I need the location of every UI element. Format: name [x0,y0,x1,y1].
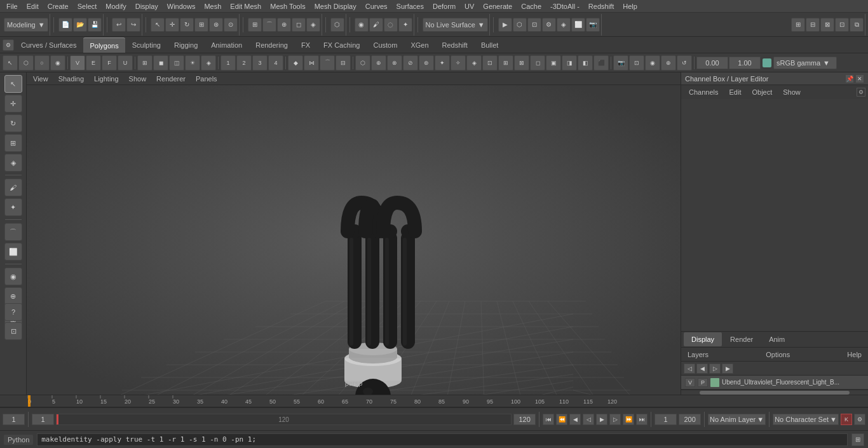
layer-visibility-btn[interactable]: V [685,378,695,387]
display-tab-render[interactable]: Render [722,332,761,346]
anim-curve-btn[interactable]: ⌒ [320,55,335,71]
render-seq-btn[interactable]: ⊡ [527,18,541,32]
layout-btn-3[interactable]: ⊠ [820,18,834,32]
render-cam-btn[interactable]: 📷 [586,18,600,32]
jump-end-btn[interactable]: ⏭ [636,414,648,425]
frame-input-2[interactable] [32,414,54,425]
soft-select-btn[interactable]: ◉ [355,18,369,32]
cam-tool-4[interactable]: ⊕ [661,55,676,71]
save-file-btn[interactable]: 💾 [88,18,102,32]
jump-start-btn[interactable]: ⏮ [543,414,554,425]
tab-redshift[interactable]: Redshift [436,37,474,53]
menu-uv[interactable]: UV [461,0,478,13]
auto-key-btn[interactable]: K [841,414,852,425]
layout-btn-2[interactable]: ⊟ [806,18,820,32]
move-tool[interactable]: ✛ [4,95,22,112]
tab-animation[interactable]: Animation [205,37,248,53]
viewport-canvas[interactable]: X Y Z persp [27,85,681,395]
viewport-panels-menu[interactable]: Panels [193,75,220,83]
layers-menu-help[interactable]: Help [844,351,864,358]
cam-tool-1[interactable]: 📷 [613,55,628,71]
key-settings-btn[interactable]: ⚙ [854,414,865,425]
sculpt-tool[interactable]: ✦ [4,198,22,216]
universal-manip-btn[interactable]: ⊛ [209,18,223,32]
menu-file[interactable]: File [3,0,22,13]
last-tool-btn[interactable]: ⊙ [224,18,238,32]
marquee-tool[interactable]: ⬜ [4,243,22,261]
symmetry-btn[interactable]: ⬡ [330,18,344,32]
quality-1-btn[interactable]: 1 [220,55,236,71]
viewport-view-menu[interactable]: View [31,75,51,83]
anim-layer-dropdown[interactable]: No Anim Layer ▼ [708,414,766,425]
poly-tool-8[interactable]: ◈ [466,55,482,71]
menu-create[interactable]: Create [44,0,72,13]
poly-tool-15[interactable]: ◧ [578,55,593,71]
play-fwd-btn[interactable]: ▶ [596,414,607,425]
tab-xgen[interactable]: XGen [404,37,435,53]
help-btn[interactable]: ? [4,303,22,321]
menu-3dtoall[interactable]: -3DtoAll - [546,0,583,13]
poly-tool-5[interactable]: ⊛ [419,55,434,71]
anim-key-btn[interactable]: ◆ [288,55,303,71]
tab-sculpting[interactable]: Sculpting [126,37,167,53]
tab-rigging[interactable]: Rigging [168,37,204,53]
quality-3-btn[interactable]: 3 [252,55,268,71]
scale-tool[interactable]: ⊞ [4,134,22,152]
rotate-tool[interactable]: ↻ [4,114,22,132]
menu-select[interactable]: Select [74,0,101,13]
next-frame-btn[interactable]: ▷ [609,414,621,425]
max-frame-start[interactable] [654,414,677,425]
channels-tab[interactable]: Channels [684,86,723,98]
cluster-tool[interactable]: ⊕ [4,287,22,305]
sculpt-tool-btn[interactable]: ✦ [398,18,412,32]
paint-sel-btn[interactable]: 🖌 [369,18,383,32]
gamma-input[interactable] [729,57,761,69]
lighting-btn[interactable]: ☀ [185,55,200,71]
display-tab-anim[interactable]: Anim [761,332,792,346]
shelf-btn[interactable]: ⊡ [4,322,22,340]
poly-tool-2[interactable]: ⊕ [371,55,386,71]
vertex-btn[interactable]: V [70,55,85,71]
layers-add3-btn[interactable]: ▷ [709,363,721,374]
channel-box-close-btn[interactable]: ✕ [855,74,864,83]
anim-tan-btn[interactable]: ⋈ [304,55,319,71]
layers-menu-layers[interactable]: Layers [685,351,711,358]
undo-btn[interactable]: ↩ [112,18,126,32]
prev-frame-btn[interactable]: ◀ [569,414,581,425]
xray-btn[interactable]: ◈ [201,55,216,71]
no-live-surface-dropdown[interactable]: No Live Surface ▼ [423,18,488,32]
current-frame-input[interactable] [3,414,25,425]
script-editor-btn[interactable]: ⊞ [851,433,864,446]
poly-tool-4[interactable]: ⊘ [403,55,418,71]
menu-help[interactable]: Help [619,0,641,13]
poly-tool-6[interactable]: ✦ [435,55,450,71]
poly-tool-12[interactable]: ◻ [530,55,545,71]
poly-tool-14[interactable]: ◨ [562,55,577,71]
poly-tool-10[interactable]: ⊞ [498,55,513,71]
wireframe-btn[interactable]: ⊞ [137,55,153,71]
poly-tool-11[interactable]: ⊠ [514,55,529,71]
viewport-show-menu[interactable]: Show [126,75,149,83]
layers-add2-btn[interactable]: ◀ [696,363,708,374]
layers-menu-options[interactable]: Options [763,351,792,358]
quality-4-btn[interactable]: 4 [268,55,283,71]
cam-tool-2[interactable]: ⊡ [629,55,644,71]
settings-icon[interactable]: ⚙ [3,39,14,51]
tab-rendering[interactable]: Rendering [249,37,294,53]
play-back-btn[interactable]: ◁ [583,414,594,425]
display-tab-display[interactable]: Display [684,332,722,346]
exposure-input[interactable] [696,57,728,69]
object-tab[interactable]: Object [747,86,777,98]
char-set-dropdown[interactable]: No Character Set ▼ [773,414,839,425]
timeline-ruler[interactable]: 0 5 10 15 20 25 30 35 40 45 50 55 60 65 … [0,395,868,407]
menu-display[interactable]: Display [132,0,162,13]
redo-btn[interactable]: ↪ [126,18,140,32]
select-tool[interactable]: ↖ [4,75,22,93]
deform-tool-btn[interactable]: ◌ [384,18,398,32]
layout-btn-5[interactable]: ⧉ [850,18,864,32]
channel-options-btn[interactable]: ⚙ [857,88,865,97]
rotate-tool-btn[interactable]: ↻ [180,18,194,32]
select-mode-btn[interactable]: ↖ [3,55,18,71]
range-end-input[interactable] [513,414,536,425]
menu-mesh[interactable]: Mesh [200,0,225,13]
